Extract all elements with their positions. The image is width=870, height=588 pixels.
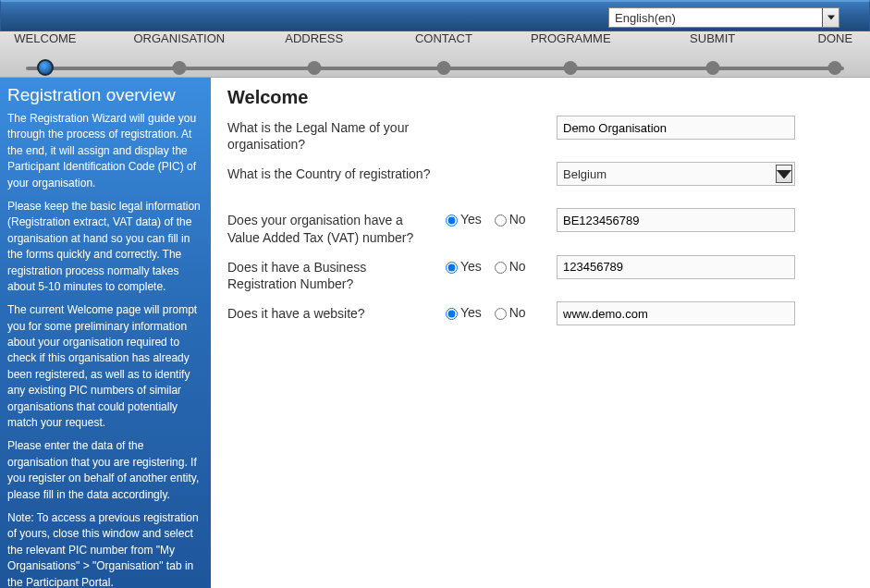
- language-select[interactable]: English(en): [608, 7, 839, 28]
- country-select[interactable]: Belgium: [557, 162, 795, 186]
- label-vat: Does your organisation have a Value Adde…: [227, 208, 446, 245]
- vat-yes-radio[interactable]: Yes: [446, 212, 482, 227]
- step-label-contact[interactable]: CONTACT: [415, 31, 472, 45]
- step-label-organisation[interactable]: ORGANISATION: [133, 31, 225, 45]
- label-website: Does it have a website?: [227, 301, 446, 322]
- step-label-done[interactable]: DONE: [818, 31, 853, 45]
- language-value: English(en): [615, 11, 676, 25]
- website-no-radio[interactable]: No: [495, 305, 526, 320]
- brn-yes-radio[interactable]: Yes: [446, 259, 482, 274]
- brn-input[interactable]: [557, 255, 795, 279]
- step-label-submit[interactable]: SUBMIT: [690, 31, 735, 45]
- main-panel: Welcome What is the Legal Name of your o…: [211, 78, 870, 348]
- wizard-steps: WELCOMEORGANISATIONADDRESSCONTACTPROGRAM…: [0, 31, 870, 78]
- sidebar-text: Please enter the data of the organisatio…: [7, 438, 203, 503]
- step-label-programme[interactable]: PROGRAMME: [531, 31, 611, 45]
- sidebar-text: The Registration Wizard will guide you t…: [7, 111, 203, 191]
- sidebar-heading: Registration overview: [7, 85, 203, 105]
- step-label-welcome[interactable]: WELCOME: [14, 31, 76, 45]
- label-legal-name: What is the Legal Name of your organisat…: [227, 116, 446, 153]
- step-dot-address[interactable]: [307, 61, 321, 75]
- step-dot-welcome[interactable]: [37, 59, 54, 76]
- step-dot-programme[interactable]: [564, 61, 578, 75]
- sidebar-text: The current Welcome page will prompt you…: [7, 302, 203, 431]
- step-dot-submit[interactable]: [705, 61, 719, 75]
- label-country: What is the Country of registration?: [227, 162, 446, 182]
- country-value: Belgium: [563, 167, 607, 181]
- brn-no-radio[interactable]: No: [495, 259, 526, 274]
- step-label-address[interactable]: ADDRESS: [285, 31, 343, 45]
- step-line: [26, 67, 844, 70]
- step-dot-done[interactable]: [828, 61, 842, 75]
- sidebar-text: Please keep the basic legal information …: [7, 199, 203, 295]
- step-dot-contact[interactable]: [436, 61, 450, 75]
- header-bar: English(en): [0, 0, 870, 31]
- step-dot-organisation[interactable]: [172, 61, 186, 75]
- vat-no-radio[interactable]: No: [495, 212, 526, 227]
- sidebar-text: Note: To access a previous registration …: [7, 510, 203, 588]
- website-input[interactable]: [557, 301, 795, 325]
- sidebar: Registration overview The Registration W…: [0, 78, 211, 588]
- page-title: Welcome: [227, 87, 853, 108]
- label-brn: Does it have a Business Registration Num…: [227, 255, 446, 292]
- chevron-down-icon[interactable]: [822, 8, 839, 27]
- chevron-down-icon[interactable]: [776, 165, 792, 183]
- website-yes-radio[interactable]: Yes: [446, 305, 482, 320]
- vat-input[interactable]: [557, 208, 795, 232]
- legal-name-input[interactable]: [557, 116, 795, 140]
